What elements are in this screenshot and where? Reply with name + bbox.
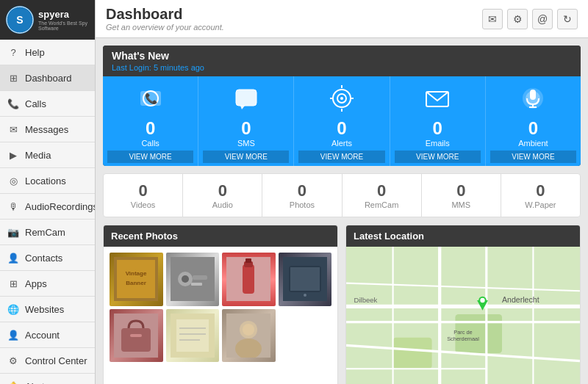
sidebar-label-account: Account (25, 330, 60, 341)
emails-view-more[interactable]: VIEW MORE (395, 151, 481, 163)
ambient-label: Ambient (518, 139, 548, 148)
svg-text:Vintage: Vintage (126, 270, 147, 277)
websites-icon: 🌐 (7, 303, 19, 315)
sec-stat-wpaper: 0 W.Paper (501, 174, 580, 217)
latest-location-panel: Latest Location (345, 225, 581, 384)
emails-label: Emails (426, 139, 450, 148)
sidebar-label-apps: Apps (25, 278, 47, 289)
sidebar-item-alerts[interactable]: 🔔 Alerts (0, 374, 95, 384)
logo-subtitle: The World's Best Spy Software (38, 21, 89, 31)
photo-thumb-7[interactable] (222, 309, 276, 363)
recent-photos-header: Recent Photos (104, 225, 337, 247)
photo-thumb-1[interactable]: Vintage Banner (110, 253, 163, 306)
gear-icon-button[interactable]: ⚙ (507, 9, 528, 29)
latest-location-header: Latest Location (346, 225, 580, 247)
dashboard-icon: ⊞ (7, 72, 19, 84)
email-icon-button[interactable]: ✉ (482, 9, 503, 29)
logo-circle: S (6, 6, 34, 34)
sidebar-item-media[interactable]: ▶ Media (0, 142, 95, 168)
stat-emails: 0 Emails VIEW MORE (390, 76, 486, 166)
photos-count: 0 (298, 181, 306, 200)
sidebar-label-control-center: Control Center (25, 355, 87, 366)
help-icon: ? (7, 46, 19, 58)
audio-icon: 🎙 (7, 200, 19, 212)
photo-thumb-inner-4 (279, 253, 332, 306)
svg-rect-28 (191, 283, 202, 286)
videos-count: 0 (138, 181, 147, 200)
sidebar-item-calls[interactable]: 📞 Calls (0, 91, 95, 117)
logo-text: spyera (38, 9, 89, 21)
calls-count: 0 (146, 118, 155, 139)
sidebar-label-media: Media (25, 150, 51, 161)
photo-thumb-inner-6 (166, 309, 220, 363)
photo-thumb-6[interactable] (166, 309, 220, 363)
sec-stat-remcam: 0 RemCam (343, 174, 422, 217)
ambient-view-more[interactable]: VIEW MORE (490, 151, 576, 163)
ambient-stat-icon (520, 85, 546, 117)
svg-rect-27 (193, 275, 207, 280)
photo-thumb-3[interactable] (222, 253, 276, 306)
top-header: Dashboard Get an overview of your accoun… (96, 0, 588, 38)
sidebar-item-locations[interactable]: ◎ Locations (0, 168, 95, 194)
sidebar-item-account[interactable]: 👤 Account (0, 322, 95, 348)
sms-stat-icon (233, 85, 259, 117)
whats-new-title: What's New (112, 50, 572, 62)
audio-count: 0 (218, 181, 227, 200)
sidebar-item-audio-recordings[interactable]: 🎙 AudioRecordings (0, 194, 95, 220)
sec-stat-photos: 0 Photos (262, 174, 342, 217)
sidebar-item-contacts[interactable]: 👤 Contacts (0, 245, 95, 271)
remcam-count: 0 (377, 181, 386, 200)
latest-location-title: Latest Location (354, 231, 424, 242)
sidebar-item-help[interactable]: ? Help (0, 40, 95, 65)
sidebar-label-dashboard: Dashboard (25, 73, 72, 84)
whats-new-section: What's New Last Login: 5 minutes ago 📞 (103, 46, 581, 166)
page-title-area: Dashboard Get an overview of your accoun… (106, 6, 224, 32)
sidebar-label-alerts: Alerts (25, 381, 49, 385)
whats-new-header: What's New Last Login: 5 minutes ago (103, 46, 581, 76)
photo-thumb-5[interactable] (110, 309, 163, 363)
recent-photos-title: Recent Photos (111, 231, 178, 242)
sidebar-label-locations: Locations (25, 175, 66, 186)
sidebar-item-websites[interactable]: 🌐 Websites (0, 297, 95, 322)
alerts-view-more[interactable]: VIEW MORE (298, 151, 384, 163)
last-login-value: 5 minutes ago (154, 63, 204, 72)
photo-thumb-inner-1: Vintage Banner (110, 253, 163, 306)
sidebar-label-messages: Messages (25, 124, 68, 135)
sidebar-item-apps[interactable]: ⊞ Apps (0, 271, 95, 297)
messages-icon: ✉ (7, 123, 19, 135)
wpaper-label: W.Paper (525, 200, 556, 209)
sidebar-item-remcam[interactable]: 📷 RemCam (0, 220, 95, 245)
sidebar-item-dashboard[interactable]: ⊞ Dashboard (0, 65, 95, 91)
secondary-stats: 0 Videos 0 Audio 0 Photos 0 RemCam 0 MMS… (103, 173, 581, 217)
mms-label: MMS (451, 200, 470, 209)
content-area: What's New Last Login: 5 minutes ago 📞 (96, 38, 588, 384)
sidebar-item-messages[interactable]: ✉ Messages (0, 117, 95, 142)
photo-thumb-inner-2 (166, 253, 220, 306)
svg-rect-22 (117, 260, 155, 298)
sms-view-more[interactable]: VIEW MORE (203, 151, 289, 163)
svg-text:Banner: Banner (126, 280, 146, 286)
at-icon-button[interactable]: @ (532, 9, 553, 29)
last-login: Last Login: 5 minutes ago (112, 63, 572, 72)
map-area[interactable]: Anderlecht Dilbeek Parc de Scherdemaal (346, 247, 580, 384)
svg-rect-31 (243, 264, 254, 294)
remcam-icon: 📷 (7, 226, 19, 238)
sidebar-item-control-center[interactable]: ⚙ Control Center (0, 348, 95, 374)
sidebar-label-calls: Calls (25, 98, 46, 109)
media-icon: ▶ (7, 149, 19, 161)
calls-label: Calls (141, 139, 159, 148)
svg-rect-40 (130, 334, 142, 337)
calls-view-more[interactable]: VIEW MORE (107, 151, 193, 163)
photo-thumb-2[interactable] (166, 253, 220, 306)
refresh-icon-button[interactable]: ↻ (557, 9, 578, 29)
svg-rect-52 (393, 338, 432, 369)
svg-text:Parc de: Parc de (453, 329, 473, 336)
stat-alerts: 0 Alerts VIEW MORE (294, 76, 390, 166)
svg-rect-18 (530, 90, 536, 100)
recent-photos-panel: Recent Photos Vintage Banner (103, 225, 338, 384)
photo-thumb-4[interactable] (279, 253, 332, 306)
svg-text:Dilbeek: Dilbeek (354, 296, 378, 304)
svg-rect-36 (290, 267, 320, 291)
photo-thumb-inner-5 (110, 309, 163, 363)
svg-text:Scherdemaal: Scherdemaal (447, 336, 479, 342)
